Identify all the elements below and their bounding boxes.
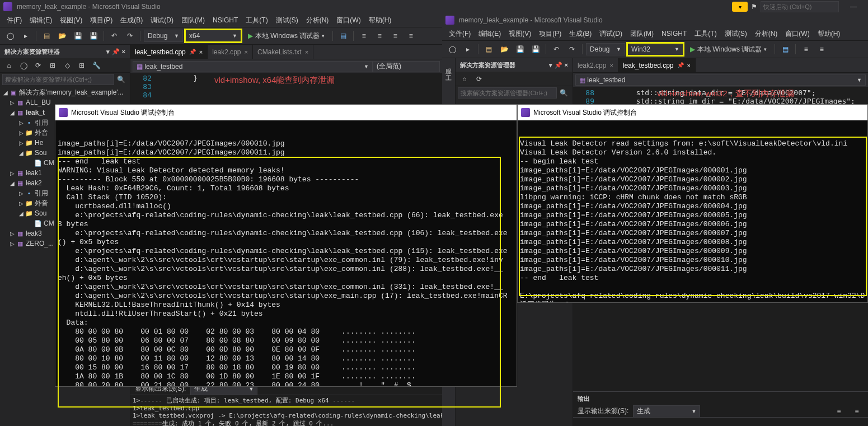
menu-item[interactable]: 生成(B)	[117, 15, 146, 26]
menu-item[interactable]: 件(F)	[3, 15, 25, 26]
dropdown-icon[interactable]: ▾	[549, 62, 552, 69]
tool-icon[interactable]: ⊞	[75, 59, 88, 72]
menu-item[interactable]: 视图(V)	[57, 15, 86, 26]
tool-icon[interactable]: ▤	[778, 43, 792, 56]
close-icon[interactable]: ×	[565, 62, 568, 69]
undo-button[interactable]: ↶	[550, 43, 563, 56]
quick-launch-input[interactable]	[761, 1, 839, 12]
menu-item[interactable]: NSIGHT	[209, 15, 241, 25]
tool-icon[interactable]: ≡	[373, 29, 386, 43]
tool-icon[interactable]: ⊞	[46, 59, 59, 72]
tool-icon[interactable]: ▤	[336, 29, 350, 43]
search-input[interactable]	[2, 74, 114, 85]
editor-tab[interactable]: leak2.cpp ×	[208, 45, 253, 59]
menu-item[interactable]: 分析(N)	[303, 15, 332, 26]
menu-item[interactable]: 工具(T)	[242, 15, 271, 26]
menu-item[interactable]: 帮助(H)	[365, 15, 395, 26]
open-button[interactable]: 📂	[55, 29, 69, 43]
menu-item[interactable]: 测试(S)	[721, 28, 750, 40]
symbol-combo[interactable]: ▦ leak_testbed▼	[575, 74, 866, 86]
config-combo[interactable]: Debug▼	[586, 43, 625, 55]
close-tab-icon[interactable]: ×	[305, 49, 308, 55]
pin-icon[interactable]: 📌	[555, 62, 562, 69]
save-button[interactable]: 💾	[513, 43, 527, 56]
menu-item[interactable]: 视图(V)	[505, 28, 534, 40]
output-text[interactable]: 1>------ 已启动生成: 项目: leak_testbed, 配置: De…	[130, 395, 442, 426]
nav-back-button[interactable]: ◯	[445, 43, 459, 56]
editor-tab[interactable]: leak_testbed.cpp 📌 ×	[618, 58, 696, 72]
toolbox-tab[interactable]: 工	[443, 67, 454, 74]
close-tab-icon[interactable]: ×	[609, 62, 613, 69]
menu-item[interactable]: 工具(T)	[691, 28, 720, 40]
dropdown-icon[interactable]: ▾	[106, 48, 110, 55]
undo-button[interactable]: ↶	[107, 29, 121, 43]
menu-item[interactable]: 编辑(E)	[26, 15, 55, 26]
save-all-button[interactable]: 💾	[529, 43, 542, 56]
close-tab-icon[interactable]: ×	[199, 49, 203, 55]
start-debug-button[interactable]: ▶本地 Windows 调试器▾	[243, 30, 329, 42]
wrench-icon[interactable]: 🔧	[90, 59, 103, 72]
tool-icon[interactable]: ≡	[850, 405, 864, 418]
menu-item[interactable]: 窗口(W)	[782, 28, 813, 40]
tree-solution[interactable]: ◢ ▣ 解决方案'memory_leak_example'...	[0, 87, 130, 97]
tool-icon[interactable]: ≡	[815, 43, 828, 56]
flag-icon[interactable]: ⚑	[751, 3, 757, 11]
menu-item[interactable]: 生成(B)	[566, 28, 595, 40]
config-combo[interactable]: Debug▼	[144, 30, 183, 42]
menu-item[interactable]: 分析(N)	[752, 28, 781, 40]
pin-icon[interactable]: 📌	[189, 49, 196, 55]
editor-tab[interactable]: leak_testbed.cpp 📌 ×	[130, 45, 208, 59]
close-icon[interactable]: ×	[122, 48, 125, 55]
redo-button[interactable]: ↷	[565, 43, 579, 56]
server-explorer-tab[interactable]: 服	[443, 60, 454, 67]
close-tab-icon[interactable]: ×	[687, 62, 691, 69]
tool-icon[interactable]: ≡	[832, 405, 846, 418]
tool-icon[interactable]: ◯	[17, 59, 30, 72]
nav-fwd-button[interactable]: ▸	[461, 43, 475, 56]
menu-item[interactable]: NSIGHT	[658, 29, 690, 39]
pin-icon[interactable]: 📌	[112, 48, 120, 55]
search-icon[interactable]: 🔍	[114, 73, 128, 86]
search-icon[interactable]: 🔍	[557, 86, 570, 100]
close-tab-icon[interactable]: ×	[245, 49, 248, 55]
nav-back-button[interactable]: ◯	[3, 29, 17, 43]
output-source-combo[interactable]: 生成▼	[633, 405, 700, 418]
console-output[interactable]: Visual Leak Detector read settings from:…	[518, 120, 867, 302]
platform-combo[interactable]: x64▼	[185, 30, 241, 42]
nav-fwd-button[interactable]: ▸	[19, 29, 32, 43]
redo-button[interactable]: ↷	[123, 29, 137, 43]
start-debug-button[interactable]: ▶本地 Windows 调试器▾	[686, 43, 771, 55]
notification-badge[interactable]: ▾	[732, 2, 748, 12]
menu-item[interactable]: 项目(P)	[87, 15, 116, 26]
search-input[interactable]	[458, 87, 557, 99]
tool-icon[interactable]: ≡	[357, 29, 370, 43]
new-button[interactable]: ▤	[482, 43, 495, 56]
tool-icon[interactable]: ◇	[60, 59, 74, 72]
tool-icon[interactable]: ≡	[404, 29, 417, 43]
menu-item[interactable]: 编辑(E)	[475, 28, 504, 40]
console-output[interactable]: image_paths[i]=E:/data/VOC2007/JPEGImage…	[55, 120, 517, 386]
editor-tab[interactable]: CMakeLists.txt ×	[253, 45, 313, 59]
menu-item[interactable]: 窗口(W)	[333, 15, 364, 26]
menu-item[interactable]: 调试(D)	[147, 15, 177, 26]
minimize-button[interactable]: —	[842, 0, 865, 13]
menu-item[interactable]: 团队(M)	[178, 15, 208, 26]
platform-combo[interactable]: Win32▼	[627, 43, 683, 55]
new-button[interactable]: ▤	[40, 29, 53, 43]
save-button[interactable]: 💾	[71, 29, 85, 43]
menu-item[interactable]: 调试(D)	[596, 28, 626, 40]
menu-item[interactable]: 测试(S)	[273, 15, 302, 26]
open-button[interactable]: 📂	[498, 43, 511, 56]
refresh-icon[interactable]: ⟳	[31, 59, 45, 72]
menu-item[interactable]: 项目(P)	[536, 28, 565, 40]
menu-item[interactable]: 团队(M)	[627, 28, 657, 40]
home-icon[interactable]: ⌂	[2, 59, 16, 72]
symbol-combo[interactable]: ▦ leak_testbed▼	[133, 61, 373, 72]
editor-tab[interactable]: leak2.cpp ×	[573, 58, 618, 72]
refresh-icon[interactable]: ⟳	[472, 72, 486, 86]
pin-icon[interactable]: 📌	[677, 62, 684, 68]
save-all-button[interactable]: 💾	[87, 29, 100, 43]
tool-icon[interactable]: ≡	[388, 29, 402, 43]
home-icon[interactable]: ⌂	[458, 72, 471, 86]
scope-combo[interactable]: (全局范)	[373, 61, 440, 72]
